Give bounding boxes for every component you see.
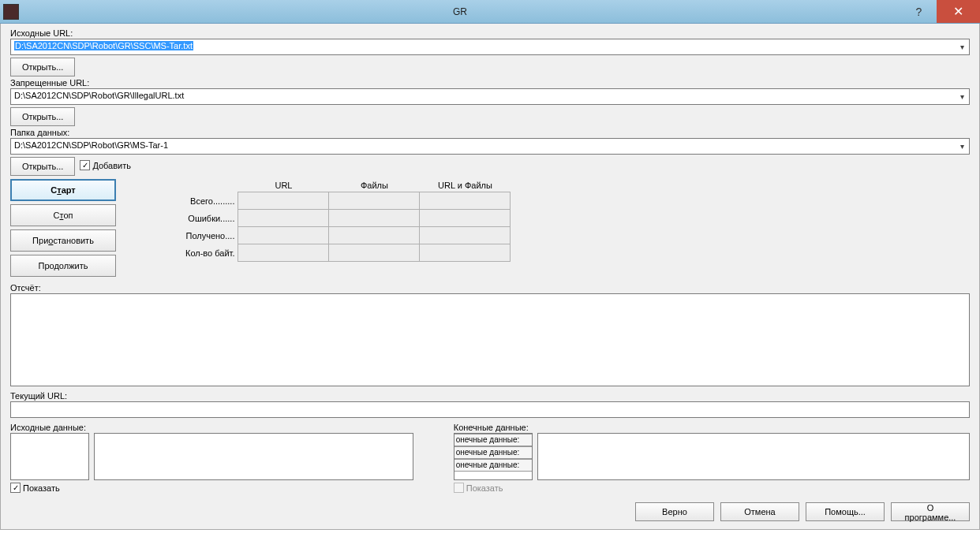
source-url-label: Исходные URL: bbox=[10, 28, 970, 38]
show-source-checkbox[interactable]: ✓ Показать bbox=[10, 483, 413, 493]
stop-button[interactable]: Стоп bbox=[10, 204, 116, 226]
open-forbidden-button[interactable]: Открыть... bbox=[10, 107, 75, 126]
titlebar: GR ? ✕ bbox=[0, 0, 980, 24]
add-checkbox-label: Добавить bbox=[92, 161, 131, 170]
pause-button[interactable]: Приостановить bbox=[10, 229, 116, 252]
list-item[interactable]: онечные данные: bbox=[454, 459, 532, 472]
source-data-list[interactable] bbox=[10, 433, 89, 480]
current-url-label: Текущий URL: bbox=[10, 391, 970, 401]
chevron-down-icon[interactable]: ▾ bbox=[956, 39, 969, 54]
add-checkbox[interactable]: ✓ Добавить bbox=[80, 160, 131, 170]
source-data-box[interactable] bbox=[94, 433, 413, 480]
cancel-button[interactable]: Отмена bbox=[720, 502, 799, 521]
final-data-box[interactable] bbox=[537, 433, 970, 480]
help-button[interactable]: Помощь... bbox=[806, 502, 885, 521]
help-icon[interactable]: ? bbox=[901, 0, 937, 23]
ok-button[interactable]: Верно bbox=[635, 502, 714, 521]
stats-col-url: URL bbox=[238, 179, 329, 192]
list-item[interactable]: онечные данные: bbox=[454, 434, 532, 446]
open-source-button[interactable]: Открыть... bbox=[10, 58, 75, 76]
data-folder-label: Папка данных: bbox=[10, 128, 970, 137]
source-url-combo[interactable]: D:\SA2012CN\SDP\Robot\GR\SSC\MS-Tar.txt bbox=[10, 39, 970, 55]
start-button[interactable]: Старт bbox=[10, 179, 116, 201]
open-folder-button[interactable]: Открыть... bbox=[10, 157, 75, 176]
stats-col-files: Файлы bbox=[329, 179, 420, 192]
stats-col-both: URL и Файлы bbox=[420, 179, 511, 192]
close-icon[interactable]: ✕ bbox=[937, 0, 980, 23]
resume-button[interactable]: Продолжить bbox=[10, 255, 116, 277]
about-button[interactable]: О программе... bbox=[891, 502, 970, 521]
list-item[interactable]: онечные данные: bbox=[454, 446, 532, 459]
window-title: GR bbox=[19, 6, 901, 17]
data-folder-combo[interactable]: D:\SA2012CN\SDP\Robot\GR\MS-Tar-1 bbox=[10, 138, 970, 155]
forbidden-url-combo[interactable]: D:\SA2012CN\SDP\Robot\GR\IllegalURL.txt bbox=[10, 88, 970, 105]
current-url-field[interactable] bbox=[10, 401, 970, 418]
forbidden-url-label: Запрещенные URL: bbox=[10, 78, 970, 88]
app-icon bbox=[3, 4, 19, 20]
report-label: Отсчёт: bbox=[10, 283, 970, 293]
source-data-label: Исходные данные: bbox=[10, 423, 413, 432]
final-data-label: Конечные данные: bbox=[454, 423, 970, 432]
show-final-checkbox: Показать bbox=[454, 483, 970, 493]
final-data-list[interactable]: онечные данные: онечные данные: онечные … bbox=[454, 433, 533, 480]
chevron-down-icon[interactable]: ▾ bbox=[956, 89, 969, 104]
chevron-down-icon[interactable]: ▾ bbox=[956, 139, 969, 154]
stats-table: URL Файлы URL и Файлы Всего......... Оши… bbox=[185, 179, 511, 262]
report-textarea[interactable] bbox=[10, 293, 970, 386]
